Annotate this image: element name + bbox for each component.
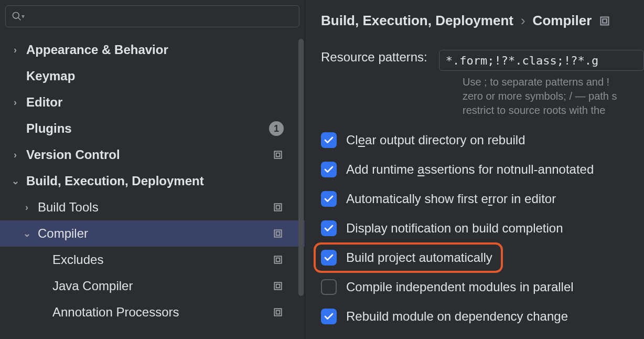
search-input[interactable] bbox=[28, 10, 294, 23]
checkbox-label[interactable]: Add runtime assertions for notnull-annot… bbox=[346, 162, 594, 177]
chevron-down-icon: ⌄ bbox=[21, 228, 33, 239]
compiler-options: Clear output directory on rebuildAdd run… bbox=[321, 132, 644, 324]
svg-rect-15 bbox=[603, 19, 607, 23]
highlighted-option: Build project automatically bbox=[314, 242, 503, 273]
checkbox[interactable] bbox=[321, 220, 337, 236]
checkbox[interactable] bbox=[321, 250, 337, 266]
checkbox-row: Compile independent modules in parallel bbox=[321, 279, 644, 295]
checkbox-label[interactable]: Compile independent modules in parallel bbox=[346, 280, 574, 294]
checkbox-label[interactable]: Rebuild module on dependency change bbox=[346, 309, 568, 324]
checkbox-label[interactable]: Clear output directory on rebuild bbox=[346, 133, 525, 147]
sidebar-item-label: Build Tools bbox=[38, 200, 272, 215]
chevron-right-icon: › bbox=[9, 45, 21, 56]
search-container: ▾ bbox=[0, 0, 305, 34]
svg-rect-3 bbox=[276, 153, 280, 157]
chevron-right-icon: › bbox=[9, 97, 21, 108]
checkbox[interactable] bbox=[321, 132, 337, 148]
chevron-right-icon: › bbox=[9, 150, 21, 161]
checkbox[interactable] bbox=[321, 162, 337, 177]
sidebar-item-label: Excludes bbox=[52, 252, 272, 267]
svg-rect-10 bbox=[274, 282, 282, 290]
sidebar-item-java-compiler[interactable]: ›Java Compiler bbox=[0, 273, 305, 299]
chevron-right-icon: › bbox=[21, 202, 33, 213]
sidebar-item-excludes[interactable]: ›Excludes bbox=[0, 247, 305, 273]
checkbox-label[interactable]: Build project automatically bbox=[346, 250, 492, 265]
settings-scope-icon bbox=[272, 280, 284, 292]
breadcrumb-current: Compiler bbox=[533, 13, 592, 29]
sidebar-item-label: Editor bbox=[26, 95, 284, 110]
svg-rect-8 bbox=[274, 256, 282, 263]
checkbox-row: Automatically show first error in editor bbox=[321, 191, 644, 207]
chevron-down-icon: ⌄ bbox=[9, 175, 21, 187]
sidebar-item-plugins[interactable]: ›Plugins1 bbox=[0, 115, 305, 142]
resource-patterns-row: Resource patterns: bbox=[321, 50, 644, 71]
svg-rect-11 bbox=[276, 284, 280, 288]
settings-scope-icon bbox=[272, 202, 284, 213]
checkbox-label[interactable]: Display notification on build completion bbox=[346, 221, 563, 236]
sidebar-item-build-tools[interactable]: ›Build Tools bbox=[0, 194, 305, 220]
checkbox-row: Add runtime assertions for notnull-annot… bbox=[321, 162, 644, 177]
settings-content: Build, Execution, Deployment › Compiler … bbox=[305, 0, 644, 339]
sidebar-item-label: Version Control bbox=[26, 147, 272, 162]
checkbox-row: Display notification on build completion bbox=[321, 220, 644, 236]
scrollbar[interactable] bbox=[298, 39, 304, 296]
chevron-right-icon: › bbox=[521, 13, 525, 29]
sidebar-item-compiler[interactable]: ⌄Compiler bbox=[0, 220, 305, 247]
settings-scope-icon bbox=[272, 254, 284, 266]
sidebar-item-editor[interactable]: ›Editor bbox=[0, 89, 305, 115]
sidebar-item-label: Plugins bbox=[26, 121, 269, 136]
svg-point-0 bbox=[13, 13, 19, 19]
settings-scope-icon bbox=[272, 149, 284, 161]
sidebar-item-label: Keymap bbox=[26, 69, 284, 83]
search-box[interactable]: ▾ bbox=[5, 5, 299, 27]
breadcrumb-parent[interactable]: Build, Execution, Deployment bbox=[321, 13, 513, 29]
checkbox[interactable] bbox=[321, 191, 337, 207]
sidebar-item-version-control[interactable]: ›Version Control bbox=[0, 142, 305, 168]
resource-patterns-hint: Use ; to separate patterns and ! zero or… bbox=[463, 75, 644, 118]
plugins-update-badge: 1 bbox=[269, 121, 284, 136]
sidebar-item-label: Annotation Processors bbox=[52, 305, 272, 320]
svg-rect-9 bbox=[276, 258, 280, 262]
svg-rect-2 bbox=[274, 151, 282, 158]
svg-line-1 bbox=[18, 18, 21, 20]
resource-patterns-label: Resource patterns: bbox=[321, 50, 427, 65]
checkbox[interactable] bbox=[321, 309, 337, 324]
settings-scope-icon bbox=[272, 228, 284, 239]
svg-rect-5 bbox=[276, 206, 280, 209]
checkbox[interactable] bbox=[321, 279, 337, 295]
resource-patterns-input[interactable] bbox=[439, 50, 644, 71]
sidebar-item-label: Appearance & Behavior bbox=[26, 43, 284, 57]
svg-rect-6 bbox=[274, 230, 282, 237]
search-icon bbox=[11, 10, 23, 22]
sidebar-item-label: Compiler bbox=[38, 226, 272, 241]
settings-scope-icon bbox=[272, 306, 284, 318]
svg-rect-12 bbox=[274, 309, 282, 316]
sidebar-item-label: Java Compiler bbox=[52, 279, 272, 293]
checkbox-label[interactable]: Automatically show first error in editor bbox=[346, 192, 556, 206]
search-dropdown-icon[interactable]: ▾ bbox=[22, 13, 25, 20]
sidebar-item-keymap[interactable]: ›Keymap bbox=[0, 63, 305, 89]
sidebar-item-label: Build, Execution, Deployment bbox=[26, 174, 284, 188]
settings-tree: ›Appearance & Behavior›Keymap›Editor›Plu… bbox=[0, 34, 305, 339]
svg-rect-4 bbox=[274, 204, 282, 211]
checkbox-row: Clear output directory on rebuild bbox=[321, 132, 644, 148]
checkbox-row: Build project automatically bbox=[321, 250, 644, 266]
svg-rect-7 bbox=[276, 232, 280, 236]
svg-rect-14 bbox=[601, 17, 609, 25]
sidebar-item-build-execution-deployment[interactable]: ⌄Build, Execution, Deployment bbox=[0, 168, 305, 194]
svg-rect-13 bbox=[276, 311, 280, 314]
sidebar-item-appearance-behavior[interactable]: ›Appearance & Behavior bbox=[0, 37, 305, 63]
breadcrumb: Build, Execution, Deployment › Compiler bbox=[321, 13, 644, 29]
settings-sidebar: ▾ ›Appearance & Behavior›Keymap›Editor›P… bbox=[0, 0, 305, 339]
settings-scope-icon bbox=[599, 15, 610, 27]
sidebar-item-annotation-processors[interactable]: ›Annotation Processors bbox=[0, 299, 305, 325]
checkbox-row: Rebuild module on dependency change bbox=[321, 309, 644, 324]
